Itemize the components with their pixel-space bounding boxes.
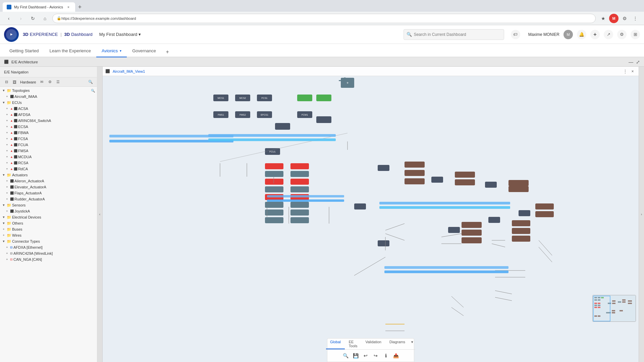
- tree-item-connector-types[interactable]: ▼ 📁 Connector Types: [0, 238, 97, 244]
- node-r3c1[interactable]: [265, 179, 283, 185]
- expand-fbwa-icon[interactable]: +: [5, 130, 9, 135]
- node-efcs2[interactable]: [275, 123, 290, 130]
- expand-mcdua-icon[interactable]: +: [5, 155, 9, 159]
- tree-item-afdxa[interactable]: + ⊟ AFDXA [Ethernet]: [0, 244, 97, 250]
- tree-item-aircraft-imaa[interactable]: + ⬛ Aircraft_IMAA: [0, 94, 97, 100]
- node-brown-b1[interactable]: [462, 222, 482, 228]
- node-r6c2[interactable]: [290, 202, 309, 208]
- tree-item-sensors[interactable]: ▼ 📁 Sensors: [0, 202, 97, 208]
- tab-learn-experience[interactable]: Learn the Experience: [44, 45, 96, 57]
- node-brown-far3[interactable]: [508, 180, 529, 186]
- apps-icon[interactable]: ⊞: [631, 30, 640, 39]
- tree-item-electrical-devices[interactable]: ▼ 📁 Electrical Devices: [0, 214, 97, 220]
- tree-item-elevator[interactable]: + ⬛ Elevator_ActuatorA: [0, 184, 97, 190]
- expand-aileron-icon[interactable]: +: [5, 179, 9, 183]
- node-brown-b3[interactable]: [462, 237, 482, 243]
- tab-ee-tools[interactable]: EE Tools: [345, 339, 362, 349]
- expand-rdca-icon[interactable]: +: [5, 167, 9, 171]
- sidebar-search-button[interactable]: 🔍: [87, 78, 94, 86]
- node-fcs-bottom[interactable]: [378, 240, 389, 246]
- node-r8c1[interactable]: [265, 217, 283, 223]
- node-green1[interactable]: [297, 95, 312, 101]
- bookmark-icon[interactable]: ★: [598, 14, 608, 23]
- tree-item-actuators[interactable]: ▼ 📁 Actuators: [0, 172, 97, 178]
- tab-global[interactable]: Global: [326, 339, 345, 349]
- expand-fcua-icon[interactable]: +: [5, 142, 9, 147]
- tree-item-buses[interactable]: + 📁 Buses: [0, 226, 97, 232]
- expand-fmsa-icon[interactable]: +: [5, 148, 9, 153]
- add-icon[interactable]: +: [590, 30, 600, 39]
- node-r1c1[interactable]: [265, 163, 283, 169]
- node-fcu4[interactable]: [488, 217, 500, 223]
- expand-afdsa-icon[interactable]: +: [5, 112, 9, 117]
- tree-item-can-nga[interactable]: + ⊟ CAN_NGA [CAN]: [0, 256, 97, 262]
- share-icon[interactable]: ↗: [604, 30, 613, 39]
- expand-ecus-icon[interactable]: ▼: [1, 100, 6, 105]
- sidebar-tool-grid[interactable]: ☰: [54, 78, 62, 86]
- tree-item-fmsa[interactable]: + ▲ ⬛ FMSA: [0, 148, 97, 154]
- tree-item-acsa[interactable]: + ▲ ⬛ ACSA: [0, 106, 97, 112]
- tree-item-rdca[interactable]: + ▲ ⬛ RdCA: [0, 166, 97, 172]
- sidebar-tool-collapse[interactable]: ⊟: [3, 78, 10, 86]
- node-fcs-right1[interactable]: [378, 165, 389, 171]
- node-r1c2[interactable]: [290, 163, 309, 169]
- expand-can-icon[interactable]: +: [5, 257, 9, 262]
- expand-rcsa-icon[interactable]: +: [5, 161, 9, 165]
- node-r2c2[interactable]: [290, 171, 309, 177]
- menu-icon[interactable]: ⋮: [631, 14, 640, 23]
- node-fcu1[interactable]: FCU1: [265, 148, 280, 155]
- node-right-brown3[interactable]: [405, 178, 425, 184]
- tree-item-joystick[interactable]: + ⬛ JoystickA: [0, 208, 97, 214]
- expand-actuators-icon[interactable]: ▼: [1, 173, 6, 177]
- expand-connectors-icon[interactable]: ▼: [1, 239, 6, 244]
- node-mcs1[interactable]: MCS1: [213, 95, 228, 101]
- expand-sensors-icon[interactable]: ▼: [1, 203, 6, 207]
- node-r6c1[interactable]: [265, 202, 283, 208]
- tree-item-rcsa[interactable]: + ▲ ⬛ RCSA: [0, 160, 97, 166]
- tree-item-fcsa[interactable]: + ▲ ⬛ FCSA: [0, 136, 97, 142]
- tab-close-icon[interactable]: ×: [66, 4, 71, 10]
- node-brown-b2[interactable]: [462, 230, 482, 236]
- search-tool-button[interactable]: 🔍: [341, 351, 350, 360]
- expand-electrical-icon[interactable]: ▼: [1, 215, 6, 220]
- expand-afdxa-icon[interactable]: +: [5, 245, 9, 250]
- node-right-brown1[interactable]: [405, 162, 425, 168]
- expand-ecsa-icon[interactable]: +: [5, 124, 9, 129]
- save-tool-button[interactable]: 💾: [351, 351, 360, 360]
- tree-item-afdsa[interactable]: + ▲ ⬛ AFDSA: [0, 112, 97, 118]
- node-brown-d2[interactable]: [512, 228, 530, 234]
- node-fcs3-right[interactable]: [485, 182, 497, 188]
- node-r5c1[interactable]: [265, 194, 283, 200]
- tree-item-topologies[interactable]: ▼ 📁 Topologies 🔍: [0, 87, 97, 94]
- tree-item-others[interactable]: ▼ 📁 Others: [0, 220, 97, 226]
- expand-rudder-icon[interactable]: +: [5, 197, 9, 201]
- tab-getting-started[interactable]: Getting Started: [4, 45, 44, 57]
- nav-forward-button[interactable]: ›: [16, 14, 25, 23]
- nav-refresh-button[interactable]: ↻: [28, 14, 38, 23]
- node-brown-c2[interactable]: [535, 211, 554, 217]
- node-r8c2[interactable]: [290, 217, 309, 223]
- arch-minimize-button[interactable]: —: [629, 59, 633, 65]
- nav-back-button[interactable]: ‹: [4, 14, 13, 23]
- node-brown-far2[interactable]: [455, 179, 475, 185]
- new-tab-button[interactable]: +: [75, 2, 85, 12]
- node-r4c1[interactable]: [265, 186, 283, 192]
- node-green2[interactable]: [316, 95, 331, 101]
- info-tool-button[interactable]: ℹ: [381, 351, 390, 360]
- dashboard-name-button[interactable]: My First Dashboard ▾: [99, 32, 141, 37]
- expand-acsa-icon[interactable]: +: [5, 106, 9, 111]
- diagram-canvas[interactable]: ✈ MCS1 MCS2 FCS1 FMS1 FMS2 EFCS1 FCM1 FC…: [103, 76, 639, 342]
- node-brown-far1[interactable]: [455, 172, 475, 178]
- node-brown-far4[interactable]: [508, 186, 529, 192]
- node-dcu[interactable]: [354, 203, 366, 209]
- arch-expand-button[interactable]: ⤢: [636, 59, 640, 65]
- redo-tool-button[interactable]: ↪: [371, 351, 380, 360]
- canvas-close-button[interactable]: ×: [629, 68, 636, 75]
- node-brown-c1[interactable]: [535, 203, 554, 209]
- node-r3c2[interactable]: [290, 179, 309, 185]
- expand-flaps-icon[interactable]: +: [5, 191, 9, 195]
- tools-icon[interactable]: ⚙: [617, 30, 627, 39]
- node-r7c2[interactable]: [290, 209, 309, 216]
- expand-buses-icon[interactable]: +: [1, 227, 6, 232]
- sidebar-tool-mail[interactable]: ✉: [38, 78, 46, 86]
